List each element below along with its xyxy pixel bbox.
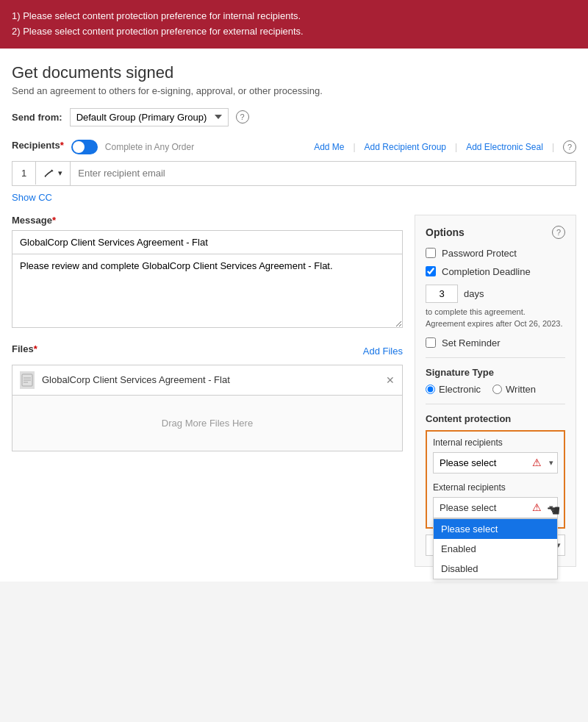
options-title: Options [426,226,465,238]
written-radio[interactable] [492,385,502,394]
error-line-2: 2) Please select content protection pref… [12,24,576,40]
message-body-input[interactable] [12,254,403,328]
error-banner: 1) Please select content protection pref… [0,0,588,49]
doc-icon [21,373,33,387]
recipient-number: 1 [12,162,36,185]
files-label: Files* [12,343,37,354]
deadline-note: to complete this agreement. Agreement ex… [426,306,565,330]
deadline-input[interactable] [426,285,458,303]
completion-deadline-label: Completion Deadline [442,266,531,277]
options-header: Options ? [426,226,565,239]
options-help-icon[interactable]: ? [552,226,565,239]
send-from-row: Send from: Default Group (Primary Group)… [12,108,576,126]
password-protect-label: Password Protect [442,248,517,259]
external-recipients-input[interactable] [433,497,558,518]
page-title: Get documents signed [12,63,576,82]
dropdown-item-enabled[interactable]: Enabled [434,539,557,559]
dropdown-item-disabled[interactable]: Disabled [434,559,557,579]
electronic-radio-option: Electronic [426,384,481,395]
error-line-1: 1) Please select content protection pref… [12,9,576,24]
add-recipient-group-link[interactable]: Add Recipient Group [365,142,446,152]
external-select-wrapper: ⚠ ▾ Please select Enabled Disabled ☛ [433,497,558,518]
file-name: GlobalCorp Client Services Agreement - F… [42,374,386,385]
add-electronic-seal-link[interactable]: Add Electronic Seal [466,142,543,152]
file-item: GlobalCorp Client Services Agreement - F… [12,365,403,396]
files-header: Files* Add Files [12,343,403,359]
drag-zone[interactable]: Drag More Files Here [12,396,403,451]
electronic-label: Electronic [439,384,481,395]
divider-2 [426,404,565,404]
password-protect-row: Password Protect [426,248,565,259]
deadline-days-label: days [464,288,484,299]
electronic-radio[interactable] [426,385,435,394]
signer-icon [43,168,55,179]
send-from-select[interactable]: Default Group (Primary Group) [70,108,229,126]
completion-deadline-checkbox[interactable] [426,266,436,276]
complete-in-order-toggle[interactable] [71,140,98,154]
recipient-role-selector[interactable]: ▾ [36,162,71,185]
drag-label: Drag More Files Here [162,418,253,429]
completion-deadline-row: Completion Deadline [426,266,565,277]
recipient-row: 1 ▾ [12,161,576,186]
set-reminder-label: Set Reminder [442,337,500,349]
recipients-label: Recipients* [12,140,64,151]
recipients-header: Recipients* Complete in Any Order Add Me… [12,140,576,155]
add-me-link[interactable]: Add Me [314,142,344,152]
complete-in-any-order-label: Complete in Any Order [105,142,194,152]
content-protection-section: Internal recipients Please select Enable… [426,430,565,529]
message-title-input[interactable] [12,230,403,254]
file-type-icon [20,371,35,389]
show-cc-link[interactable]: Show CC [12,192,52,203]
options-panel: Options ? Password Protect Completion De… [415,215,576,567]
divider-1 [426,357,565,358]
internal-recipients-label: Internal recipients [433,437,558,448]
written-label: Written [506,384,536,395]
dropdown-item-please-select[interactable]: Please select [434,519,557,539]
file-close-button[interactable]: ✕ [386,374,395,386]
left-column: Message* Files* Add Files [12,215,403,451]
page-subtitle: Send an agreement to others for e-signin… [12,85,576,96]
cursor-icon: ☛ [546,501,561,540]
recipients-actions: Add Me | Add Recipient Group | Add Elect… [314,140,576,154]
set-reminder-row: Set Reminder [426,337,565,349]
recipient-email-input[interactable] [71,162,576,185]
recipients-help-icon[interactable]: ? [563,140,576,154]
message-label: Message* [12,215,403,226]
send-from-label: Send from: [12,112,62,123]
content-protection-title: Content protection [426,413,565,424]
signature-type-label: Signature Type [426,367,565,378]
internal-recipients-select[interactable]: Please select Enabled Disabled [433,452,558,473]
external-recipients-label: External recipients [433,482,558,493]
two-col-layout: Message* Files* Add Files [12,215,576,567]
internal-select-wrapper: Please select Enabled Disabled ⚠ ▾ [433,452,558,473]
add-files-link[interactable]: Add Files [363,346,403,357]
recipients-left: Recipients* Complete in Any Order [12,140,194,155]
signature-type-radio-group: Electronic Written [426,384,565,395]
written-radio-option: Written [492,384,536,395]
external-dropdown: Please select Enabled Disabled [433,518,558,579]
help-icon[interactable]: ? [236,110,249,124]
deadline-input-row: days [426,285,565,303]
password-protect-checkbox[interactable] [426,248,436,258]
set-reminder-checkbox[interactable] [426,337,436,348]
